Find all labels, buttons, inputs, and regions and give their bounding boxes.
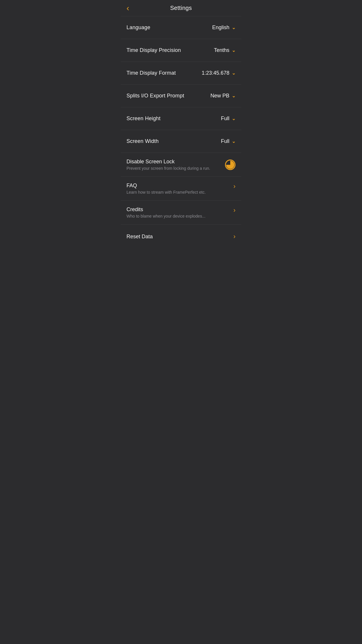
- header: ‹ Settings: [121, 0, 241, 16]
- page-title: Settings: [170, 5, 192, 11]
- faq-label: FAQ: [126, 183, 233, 189]
- language-chevron-down-icon: ⌄: [232, 25, 236, 30]
- settings-screen: ‹ Settings Language English ⌄ Time Displ…: [121, 0, 241, 249]
- splits-io-export-prompt-label: Splits I/O Export Prompt: [126, 93, 184, 99]
- credits-chevron-right-icon: ›: [233, 206, 236, 214]
- screen-height-value: Full: [221, 116, 229, 122]
- faq-row[interactable]: FAQ Learn how to stream with FramePerfec…: [121, 177, 241, 201]
- screen-width-value-container: Full ⌄: [221, 138, 236, 144]
- language-value-container: English ⌄: [212, 24, 236, 31]
- screen-height-label: Screen Height: [126, 116, 161, 122]
- toggle-icon-inner: [226, 161, 234, 169]
- time-display-format-label: Time Display Format: [126, 70, 176, 76]
- disable-screen-lock-toggle[interactable]: [225, 160, 236, 170]
- time-display-format-value: 1:23:45.678: [202, 70, 229, 76]
- splits-io-export-prompt-value-container: New PB ⌄: [210, 93, 236, 99]
- disable-screen-lock-row[interactable]: Disable Screen Lock Prevent your screen …: [121, 153, 241, 177]
- disable-screen-lock-left: Disable Screen Lock Prevent your screen …: [126, 159, 225, 171]
- screen-height-value-container: Full ⌄: [221, 116, 236, 122]
- language-value: English: [212, 24, 229, 31]
- screen-width-value: Full: [221, 138, 229, 144]
- reset-data-label: Reset Data: [126, 234, 153, 240]
- language-label: Language: [126, 24, 150, 31]
- back-button[interactable]: ‹: [126, 4, 129, 12]
- time-display-precision-chevron-down-icon: ⌄: [232, 48, 236, 53]
- faq-subtitle: Learn how to stream with FramePerfect et…: [126, 190, 233, 195]
- faq-chevron-right-icon: ›: [233, 183, 236, 190]
- splits-io-export-prompt-value: New PB: [210, 93, 229, 99]
- disable-screen-lock-label: Disable Screen Lock: [126, 159, 225, 165]
- reset-data-chevron-right-icon: ›: [233, 233, 236, 240]
- faq-left: FAQ Learn how to stream with FramePerfec…: [126, 183, 233, 195]
- screen-width-row[interactable]: Screen Width Full ⌄: [121, 130, 241, 153]
- splits-io-export-prompt-row[interactable]: Splits I/O Export Prompt New PB ⌄: [121, 85, 241, 107]
- reset-data-row[interactable]: Reset Data ›: [121, 225, 241, 249]
- language-row[interactable]: Language English ⌄: [121, 16, 241, 39]
- credits-row[interactable]: Credits Who to blame when your device ex…: [121, 201, 241, 225]
- time-display-precision-label: Time Display Precision: [126, 47, 181, 53]
- time-display-format-chevron-down-icon: ⌄: [232, 70, 236, 76]
- screen-height-chevron-down-icon: ⌄: [232, 116, 236, 121]
- time-display-precision-value-container: Tenths ⌄: [214, 47, 236, 53]
- time-display-format-row[interactable]: Time Display Format 1:23:45.678 ⌄: [121, 62, 241, 85]
- toggle-icon: [225, 160, 236, 170]
- time-display-precision-value: Tenths: [214, 47, 229, 53]
- credits-left: Credits Who to blame when your device ex…: [126, 206, 233, 218]
- screen-width-label: Screen Width: [126, 138, 159, 144]
- disable-screen-lock-subtitle: Prevent your screen from locking during …: [126, 166, 225, 171]
- time-display-format-value-container: 1:23:45.678 ⌄: [202, 70, 236, 76]
- screen-width-chevron-down-icon: ⌄: [232, 139, 236, 144]
- credits-subtitle: Who to blame when your device explodes..…: [126, 214, 233, 218]
- time-display-precision-row[interactable]: Time Display Precision Tenths ⌄: [121, 39, 241, 62]
- credits-label: Credits: [126, 206, 233, 213]
- splits-io-export-prompt-chevron-down-icon: ⌄: [232, 93, 236, 99]
- screen-height-row[interactable]: Screen Height Full ⌄: [121, 107, 241, 130]
- settings-list: Language English ⌄ Time Display Precisio…: [121, 16, 241, 249]
